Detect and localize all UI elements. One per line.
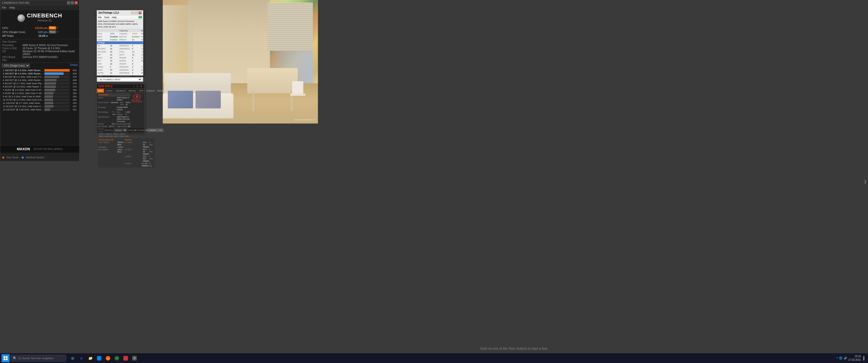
cpuz-minimize-btn[interactable]: ─: [132, 85, 135, 88]
system-clock[interactable]: 19:19 17.02.2021: [848, 355, 861, 362]
result-bar: [44, 79, 70, 81]
result-bar-fill: [44, 95, 53, 98]
task-view-button[interactable]: ⊞: [69, 354, 77, 362]
start-button[interactable]: [1, 354, 9, 362]
app1-button[interactable]: [122, 354, 130, 362]
blind-slat: [268, 35, 313, 37]
result-row: 7 4C/8T @ 2.6 GHz, Intel Core i7-6700HQ …: [3, 89, 77, 91]
zt-timing-table: Capacity MCLK Freq3200 Capacity32GB MCLK…: [97, 29, 143, 77]
show-desktop-button[interactable]: ▐: [862, 356, 865, 360]
details-link[interactable]: Details: [70, 64, 78, 68]
zt-maximize-btn[interactable]: □: [135, 11, 138, 14]
cpuz-tab-spd[interactable]: SPD: [138, 89, 145, 93]
zt-twtr-row: tWR10 tWRWRDD8: [97, 74, 143, 77]
sys-processor-row: Processor AMD Ryzen 9 5950X 16-Core Proc…: [2, 44, 77, 46]
result-name: 3 8C/16T @ 4.2 GHz, Intel Core i7-7700K …: [3, 75, 44, 78]
cpuz-validate-btn[interactable]: Validate: [147, 129, 157, 132]
result-bar-fill: [44, 76, 59, 78]
zt-menu-help[interactable]: Help: [112, 16, 117, 19]
blind-slat: [268, 39, 313, 41]
result-bar: [44, 105, 70, 108]
cpuz-tab-caches[interactable]: Caches: [104, 89, 114, 93]
cpuz-tab-memory[interactable]: Memory: [127, 89, 138, 93]
zt-copy-btn[interactable]: C: [138, 16, 142, 19]
cpuz-tab-graphics[interactable]: Graphics: [145, 89, 156, 93]
blind-slat: [268, 2, 313, 4]
cpuz-tech-key: Technology: [98, 111, 113, 116]
result-bar-fill: [44, 72, 64, 75]
result-score: 283: [70, 95, 77, 98]
app2-button[interactable]: ⚡: [130, 354, 138, 362]
room-watermark: www.renderBaron.de: [294, 119, 315, 121]
result-bar: [44, 108, 70, 111]
result-bar: [44, 82, 70, 85]
sys-info-key: Info: [2, 59, 23, 62]
cpuz-tab-mainboard[interactable]: Mainboard: [114, 89, 127, 93]
result-row: 1 16C/32T @ 4.5 GHz, AMD Ryzen 9 5950X 1…: [3, 69, 77, 72]
cpuz-busspeed-val: 100.0 MHz: [117, 148, 123, 153]
clock-time: 19:19: [848, 355, 861, 358]
logo-release: Release 20: [27, 19, 62, 22]
task-view-icon: ⊞: [71, 356, 74, 360]
results-dropdown[interactable]: CPU (Single Core) CPU (Multi Core): [2, 64, 30, 68]
result-name: 1 16C/32T @ 4.5 GHz, AMD Ryzen 9 5950X 1…: [3, 69, 44, 72]
tray-chevron[interactable]: ^: [836, 357, 838, 360]
identical-system-label: Identical System: [26, 156, 44, 159]
room-sofa: [163, 73, 234, 119]
zt-close-btn[interactable]: ✕: [138, 11, 142, 14]
result-name: 11 12C/24T @ 2.7 GHz, Intel Xeon CPU E5-…: [3, 102, 44, 104]
your-score-dot: [2, 157, 4, 159]
cpuz-l1data-key: L1 Data: [125, 141, 143, 148]
blind-slat: [268, 25, 313, 27]
blind-slat: [268, 49, 313, 51]
cpuz-title: ROG CPU-Z: [98, 85, 113, 88]
systray: ^ 🌐 🔊 19:19 17.02.2021 ▐: [836, 355, 867, 362]
cpuz-l1inst-row: L1 Inst. 16 x 32 KBytes 8-way: [125, 148, 154, 155]
cpuz-l3-val: 2 x 32 MBytes: [142, 162, 149, 167]
zt-twtrl-row: tWTRL12 tWRWRDD4 RttPark62Ω/1: [97, 71, 143, 74]
zt-tfaw-row: tFAW34 tRDRDDD8 RttNom62Ω/7: [97, 68, 143, 71]
network-icon[interactable]: 🌐: [839, 357, 842, 360]
menu-help[interactable]: Help: [9, 6, 15, 9]
menu-file[interactable]: File: [2, 6, 6, 9]
zt-menu-tools[interactable]: Tools: [104, 16, 110, 19]
maximize-button[interactable]: □: [71, 1, 74, 4]
zt-cpu-line2: ROG CROSSHAIR VIII DARK HERO | BIOS 0210…: [98, 23, 142, 28]
cpuz-close-btn[interactable]: ✕: [140, 85, 143, 88]
result-row: 12 8C/16T @ 2.8 GHz, Intel Xeon CPU E7-4…: [3, 105, 77, 108]
cb-results-list: 1 16C/32T @ 4.5 GHz, AMD Ryzen 9 5950X 1…: [2, 69, 78, 111]
cpuz-socket-select[interactable]: Socket #1: [113, 129, 127, 132]
cpuz-maximize-btn[interactable]: □: [136, 85, 139, 88]
cpuz-tab-cpu[interactable]: CPU: [97, 89, 104, 93]
xbox-button[interactable]: 🎮: [113, 354, 121, 362]
store-button[interactable]: 🛒: [95, 354, 103, 362]
mp-ratio-value: 16.09 x: [33, 34, 48, 37]
result-row: 2 16C/32T @ 3.4 GHz, AMD Ryzen 9 5950X 1…: [3, 72, 77, 75]
edge-button[interactable]: e: [78, 354, 86, 362]
taskbar-search[interactable]: 🔍 Zu Suche Text hier eingeben: [10, 355, 66, 362]
result-row: 13 12C/24T @ 2.66 GHz, Intel Xeon CPU X5…: [3, 108, 77, 111]
result-score: 280: [70, 98, 77, 101]
cpuz-ok-btn[interactable]: OK: [158, 129, 164, 132]
right-scroll-arrow[interactable]: ❯: [864, 179, 867, 184]
zt-slot-select[interactable]: A1: F4-3600C17-8GTZ: [98, 78, 142, 81]
mp-ratio-row: MP Ratio 16.09 x: [2, 34, 77, 37]
cpu-single-run-button[interactable]: Run: [49, 30, 56, 34]
cpuz-l1data-row: L1 Data 16 x 32 KBytes 8-way: [125, 141, 154, 148]
cpu-check-icon: ✓: [57, 26, 59, 30]
zt-menu-file[interactable]: File: [98, 16, 102, 19]
cinebench-titlebar: CINEBENCH R20.060 ─ □ ✕: [0, 0, 79, 5]
result-name: 7 4C/8T @ 2.6 GHz, Intel Core i7-6700HQ …: [3, 89, 44, 91]
volume-icon[interactable]: 🔊: [844, 357, 847, 360]
taskbar-icons: ⊞ e 📁 🛒 🦊 🎮: [69, 354, 138, 362]
cpu-run-button[interactable]: Run: [49, 26, 56, 30]
minimize-button[interactable]: ─: [67, 1, 70, 4]
explorer-button[interactable]: 📁: [86, 354, 94, 362]
cb-footer: Your Score Identical System: [0, 154, 79, 161]
zt-minimize-btn[interactable]: ─: [131, 11, 134, 14]
zt-twr-row: tWR16 tRDWR8: [97, 62, 143, 65]
close-button[interactable]: ✕: [75, 1, 78, 4]
cpuz-model-val: 1: [120, 123, 121, 125]
cpuz-family-val: 19: [112, 123, 114, 125]
firefox-button[interactable]: 🦊: [104, 354, 112, 362]
